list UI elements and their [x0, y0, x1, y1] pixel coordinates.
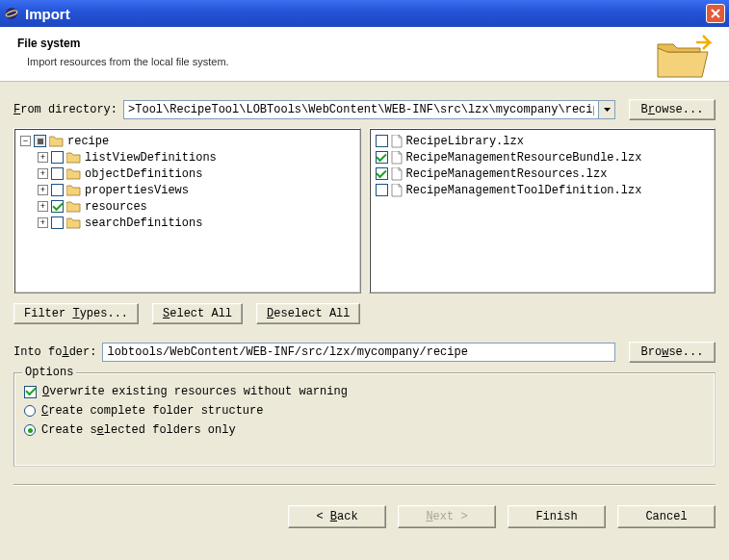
create-selected-radio[interactable] — [24, 424, 36, 436]
divider — [13, 484, 716, 486]
import-folder-icon — [654, 35, 712, 83]
wizard-body: From directory: Browse... −recipe+listVi… — [0, 82, 729, 505]
close-button[interactable] — [706, 4, 725, 23]
tree-item-label: resources — [85, 200, 147, 214]
folder-icon — [66, 152, 81, 164]
close-icon — [711, 9, 720, 18]
resource-panels: −recipe+listViewDefinitions+objectDefini… — [13, 128, 716, 293]
file-item-label: RecipeManagementToolDefinition.lzx — [406, 184, 642, 197]
file-item-checkbox[interactable] — [376, 167, 388, 180]
tree-item[interactable]: +searchDefinitions — [16, 215, 358, 231]
overwrite-label: Overwrite existing resources without war… — [42, 385, 348, 398]
from-directory-browse-button[interactable]: Browse... — [629, 99, 716, 120]
file-icon — [391, 151, 403, 165]
into-folder-browse-button[interactable]: Browse... — [629, 342, 716, 363]
from-directory-label: From directory: — [13, 103, 117, 116]
tree-item-checkbox[interactable] — [51, 184, 64, 196]
page-description: Import resources from the local file sys… — [17, 56, 712, 67]
tree-item[interactable]: +propertiesViews — [16, 182, 358, 198]
from-directory-row: From directory: Browse... — [13, 99, 716, 120]
file-item-label: RecipeManagementResourceBundle.lzx — [406, 151, 642, 165]
selection-buttons: Filter Types... Select All Deselect All — [13, 303, 716, 324]
tree-item-label: searchDefinitions — [85, 216, 202, 230]
create-selected-label: Create selected folders only — [41, 423, 236, 437]
create-complete-label: Create complete folder structure — [41, 404, 263, 418]
file-icon — [391, 135, 403, 148]
folder-icon — [66, 201, 81, 213]
options-group: Options Overwrite existing resources wit… — [13, 372, 716, 467]
overwrite-checkbox[interactable] — [24, 386, 37, 398]
wizard-footer: < Back Next > Finish Cancel — [0, 505, 729, 540]
finish-button[interactable]: Finish — [508, 505, 606, 528]
expand-icon[interactable]: + — [38, 201, 48, 212]
deselect-all-button[interactable]: Deselect All — [256, 303, 360, 324]
tree-item-label: listViewDefinitions — [85, 151, 217, 165]
wizard-header: File system Import resources from the lo… — [0, 27, 729, 82]
tree-item[interactable]: +resources — [16, 198, 358, 215]
collapse-icon[interactable]: − — [20, 136, 31, 146]
into-folder-row: Into folder: Browse... — [13, 342, 716, 363]
file-item-label: RecipeLibrary.lzx — [406, 135, 524, 148]
folder-icon — [66, 185, 81, 196]
file-item[interactable]: RecipeLibrary.lzx — [372, 133, 714, 149]
expand-icon[interactable]: + — [38, 168, 48, 179]
create-selected-option[interactable]: Create selected folders only — [24, 421, 705, 439]
tree-item-checkbox[interactable] — [34, 135, 46, 147]
file-icon — [391, 184, 403, 197]
folder-icon — [49, 136, 64, 147]
tree-item-label: propertiesViews — [85, 184, 189, 197]
file-item[interactable]: RecipeManagementResourceBundle.lzx — [372, 149, 714, 165]
filter-types-button[interactable]: Filter Types... — [13, 303, 139, 324]
create-complete-radio[interactable] — [24, 405, 36, 417]
into-folder-label: Into folder: — [13, 345, 96, 359]
options-legend: Options — [22, 366, 76, 379]
overwrite-option[interactable]: Overwrite existing resources without war… — [24, 383, 705, 400]
file-list-panel[interactable]: RecipeLibrary.lzxRecipeManagementResourc… — [369, 128, 716, 293]
file-icon — [391, 167, 403, 181]
file-item[interactable]: RecipeManagementToolDefinition.lzx — [372, 182, 714, 198]
tree-item[interactable]: +listViewDefinitions — [16, 149, 358, 165]
expand-icon[interactable]: + — [38, 185, 48, 195]
from-directory-input[interactable] — [123, 100, 599, 119]
window-title: Import — [25, 6, 706, 22]
file-item[interactable]: RecipeManagementResources.lzx — [372, 165, 714, 182]
create-complete-option[interactable]: Create complete folder structure — [24, 402, 705, 420]
titlebar: Import — [0, 0, 729, 27]
folder-tree-panel[interactable]: −recipe+listViewDefinitions+objectDefini… — [13, 128, 361, 293]
eclipse-icon — [4, 6, 19, 21]
page-title: File system — [17, 37, 712, 50]
tree-item[interactable]: +objectDefinitions — [16, 165, 358, 182]
folder-icon — [66, 217, 81, 229]
expand-icon[interactable]: + — [38, 152, 48, 163]
tree-item-checkbox[interactable] — [51, 200, 64, 213]
tree-item[interactable]: −recipe — [16, 133, 358, 149]
tree-item-label: objectDefinitions — [85, 167, 202, 181]
folder-icon — [66, 168, 81, 180]
cancel-button[interactable]: Cancel — [617, 505, 716, 528]
tree-item-checkbox[interactable] — [51, 216, 64, 229]
file-item-checkbox[interactable] — [376, 151, 388, 164]
next-button: Next > — [398, 505, 496, 528]
back-button[interactable]: < Back — [288, 505, 386, 528]
tree-item-label: recipe — [67, 135, 109, 148]
tree-item-checkbox[interactable] — [51, 151, 64, 164]
into-folder-input[interactable] — [102, 343, 615, 362]
expand-icon[interactable]: + — [38, 217, 48, 228]
from-directory-dropdown[interactable] — [599, 100, 615, 119]
file-item-label: RecipeManagementResources.lzx — [406, 167, 608, 181]
file-item-checkbox[interactable] — [376, 184, 388, 196]
chevron-down-icon — [604, 108, 611, 112]
select-all-button[interactable]: Select All — [152, 303, 243, 324]
tree-item-checkbox[interactable] — [51, 167, 64, 180]
file-item-checkbox[interactable] — [376, 135, 388, 147]
